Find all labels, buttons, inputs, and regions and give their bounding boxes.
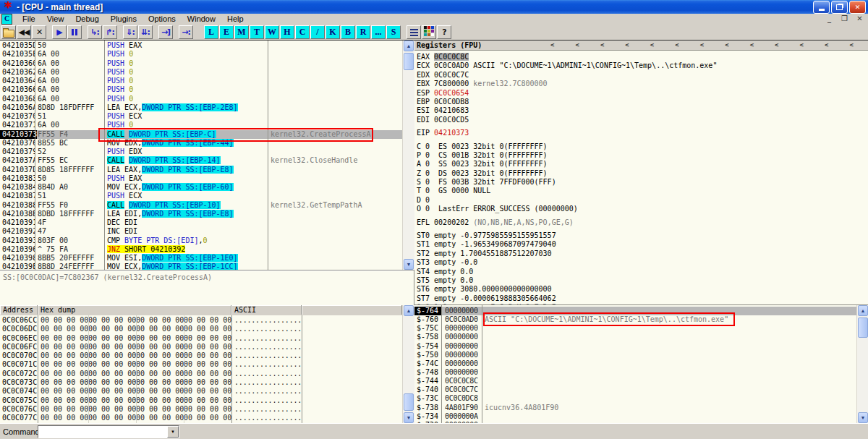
register-line[interactable]: ST1 empty -1.9653490687097479040 bbox=[414, 240, 868, 249]
column-divider[interactable] bbox=[441, 305, 442, 423]
menu-plugins[interactable]: Plugins bbox=[105, 14, 142, 25]
scroll-up-arrow[interactable]: ▲ bbox=[404, 305, 414, 316]
disasm-row[interactable]: 042103988BB5 20FEFFFFMOV ESI,DWORD PTR S… bbox=[0, 254, 402, 263]
pane-button-windows[interactable]: W bbox=[265, 25, 279, 39]
column-divider[interactable] bbox=[268, 41, 268, 270]
disasm-row[interactable]: 042103646A 00PUSH 0 bbox=[0, 77, 402, 85]
dump-row[interactable]: 0C0C077C00 00 00 0000 00 00 0000 00 00 0… bbox=[0, 414, 402, 422]
column-divider[interactable] bbox=[482, 305, 482, 423]
title-bar[interactable]: * - [CPU - main thread] ✕ bbox=[0, 0, 868, 14]
mdi-minimize-button[interactable]: _ bbox=[824, 14, 835, 23]
disasm-row[interactable]: 0421038751PUSH ECX bbox=[0, 192, 402, 200]
menu-help[interactable]: Help bbox=[221, 14, 250, 25]
stack-row[interactable]: $-7400C0C0C7C bbox=[414, 385, 856, 394]
scroll-thumb[interactable] bbox=[404, 393, 414, 411]
disasm-row[interactable]: 042103768B55 BCMOV EDX,DWORD PTR SS:[EBP… bbox=[0, 139, 402, 148]
stack-row[interactable]: $-75000000000 bbox=[414, 351, 856, 359]
register-line[interactable]: Z 0 DS 0023 32bit 0(FFFFFFFF) bbox=[414, 169, 868, 178]
combo-dropdown-button[interactable]: ▼ bbox=[167, 426, 179, 438]
register-line[interactable]: 0 0 1 0 E S P U O Z D I bbox=[414, 303, 868, 304]
close-program-button[interactable]: ✕ bbox=[32, 25, 46, 39]
menu-options[interactable]: Options bbox=[142, 14, 182, 25]
registers-header[interactable]: Registers (FPU) <<<<<<<<<<<<< bbox=[414, 41, 868, 51]
column-divider[interactable] bbox=[302, 315, 302, 423]
disasm-row[interactable]: 0421037D8D85 18FFFFFFLEA EAX,DWORD PTR S… bbox=[0, 166, 402, 174]
register-line[interactable]: P 0 CS 001B 32bit 0(FFFFFFFF) bbox=[414, 151, 868, 160]
column-divider[interactable] bbox=[38, 315, 38, 423]
stack-row[interactable]: $-74800000000 bbox=[414, 368, 856, 377]
scroll-thumb[interactable] bbox=[858, 317, 868, 338]
pause-button[interactable] bbox=[67, 25, 82, 39]
dump-row[interactable]: 0C0C073C00 00 00 0000 00 00 0000 00 00 0… bbox=[0, 378, 402, 387]
register-line[interactable]: S 0 FS 003B 32bit 7FFDF000(FFF) bbox=[414, 178, 868, 187]
pane-button-callstack[interactable]: K bbox=[326, 25, 340, 39]
dump-row[interactable]: 0C0C075C00 00 00 0000 00 00 0000 00 00 0… bbox=[0, 396, 402, 405]
restart-button[interactable]: ◀◀ bbox=[17, 25, 31, 39]
dump-row[interactable]: 0C0C06FC00 00 00 0000 00 00 0000 00 00 0… bbox=[0, 343, 402, 351]
register-line[interactable]: ST5 empty 0.0 bbox=[414, 276, 868, 285]
dump-row[interactable]: 0C0C076C00 00 00 0000 00 00 0000 00 00 0… bbox=[0, 405, 402, 414]
dump-row[interactable]: 0C0C071C00 00 00 0000 00 00 0000 00 00 0… bbox=[0, 360, 402, 369]
register-line[interactable]: EFL 00200202 (NO,NB,NE,A,NS,PO,GE,G) bbox=[414, 218, 868, 227]
disasm-row[interactable]: 042103716A 00PUSH 0 bbox=[0, 121, 402, 129]
pane-button-handles[interactable]: H bbox=[280, 25, 294, 39]
disasm-row[interactable]: 0421035E6A 00PUSH 0 bbox=[0, 50, 402, 59]
scroll-down-arrow[interactable]: ▼ bbox=[404, 259, 414, 270]
column-divider[interactable] bbox=[104, 41, 105, 270]
disasm-row[interactable]: 042103626A 00PUSH 0 bbox=[0, 68, 402, 77]
execute-till-user-button[interactable]: →: bbox=[179, 25, 193, 39]
dump-row[interactable]: 0C0C06EC00 00 00 0000 00 00 0000 00 00 0… bbox=[0, 334, 402, 343]
stack-row[interactable]: $-7384A801F90icucnv36.4A801F90 bbox=[414, 404, 856, 412]
stack-row[interactable]: $-7440C0C0C8C bbox=[414, 377, 856, 385]
restore-button[interactable] bbox=[831, 1, 848, 14]
register-line[interactable]: ESP 0C0C0654 bbox=[414, 89, 868, 98]
menu-view[interactable]: View bbox=[41, 14, 70, 25]
pane-button-log[interactable]: L bbox=[204, 25, 218, 39]
disasm-row[interactable]: 0421037952PUSH EDX bbox=[0, 148, 402, 156]
dump-row[interactable]: 0C0C06CC00 00 00 0000 00 00 0000 00 00 0… bbox=[0, 316, 402, 325]
animate-into-button[interactable]: ⇓: bbox=[123, 25, 137, 39]
run-button[interactable]: ▶ bbox=[52, 25, 67, 39]
scroll-down-arrow[interactable]: ▼ bbox=[404, 412, 414, 423]
menu-debug[interactable]: Debug bbox=[69, 14, 104, 25]
help-button[interactable]: ? bbox=[437, 25, 451, 39]
column-divider[interactable] bbox=[231, 315, 232, 423]
stack-row[interactable]: $-7600C0C0AD0ASCII "C:\DOCUME~1\ADMINI~1… bbox=[414, 315, 856, 324]
open-button[interactable] bbox=[1, 25, 16, 39]
disasm-row[interactable]: 0421037051PUSH ECX bbox=[0, 112, 402, 121]
scroll-down-arrow[interactable]: ▼ bbox=[858, 412, 868, 423]
column-divider[interactable] bbox=[35, 41, 35, 270]
pane-button-breakpoints[interactable]: B bbox=[341, 25, 355, 39]
register-line[interactable]: EBP 0C0C0DB8 bbox=[414, 98, 868, 106]
disasm-row[interactable]: 0421037AFF55 ECCALL DWORD PTR SS:[EBP-14… bbox=[0, 156, 402, 165]
register-line[interactable]: EAX 0C0C0C8C bbox=[414, 53, 868, 61]
command-combobox[interactable]: ▼ bbox=[38, 425, 179, 438]
close-button[interactable]: ✕ bbox=[849, 1, 866, 14]
disasm-row[interactable]: 0421035D50PUSH EAX bbox=[0, 41, 402, 50]
dump-scrollbar[interactable]: ▲ ▼ bbox=[402, 305, 414, 423]
stack-row[interactable]: $-75C00000000 bbox=[414, 324, 856, 333]
pane-button-runtrace[interactable]: ... bbox=[371, 25, 386, 39]
execute-till-return-button[interactable]: →] bbox=[158, 25, 173, 39]
scroll-thumb[interactable] bbox=[404, 53, 414, 70]
register-line[interactable]: ECX 0C0C0AD0 ASCII "C:\DOCUME~1\ADMINI~1… bbox=[414, 61, 868, 70]
register-line[interactable]: ST6 empty 3080.0000000000000000 bbox=[414, 285, 868, 294]
mdi-close-button[interactable]: ✕ bbox=[854, 14, 865, 23]
pane-button-memory[interactable]: M bbox=[234, 25, 249, 39]
stack-row[interactable]: $-74C00000000 bbox=[414, 359, 856, 368]
pane-button-patches[interactable]: / bbox=[310, 25, 325, 39]
stack-row[interactable]: $-75800000000 bbox=[414, 333, 856, 341]
dump-header-extra[interactable] bbox=[302, 305, 402, 315]
disasm-row[interactable]: 0421038B8DBD 18FFFFFFLEA EDI,DWORD PTR S… bbox=[0, 210, 402, 218]
cpu-window-icon[interactable]: C bbox=[1, 14, 12, 25]
register-line[interactable]: EIP 04210373 bbox=[414, 129, 868, 137]
animate-over-button[interactable]: ⇊: bbox=[138, 25, 153, 39]
stack-row[interactable]: $-75400000000 bbox=[414, 342, 856, 351]
appearance-button[interactable] bbox=[422, 25, 436, 39]
disasm-row[interactable]: 04210373FF55 F4CALL DWORD PTR SS:[EBP-C]… bbox=[0, 130, 402, 139]
pane-button-executables[interactable]: E bbox=[219, 25, 234, 39]
register-line[interactable]: T 0 GS 0000 NULL bbox=[414, 187, 868, 195]
pane-button-threads[interactable]: T bbox=[250, 25, 264, 39]
minimize-button[interactable] bbox=[813, 1, 830, 14]
register-line[interactable]: ST7 empty -0.0000619888305664062 bbox=[414, 294, 868, 303]
